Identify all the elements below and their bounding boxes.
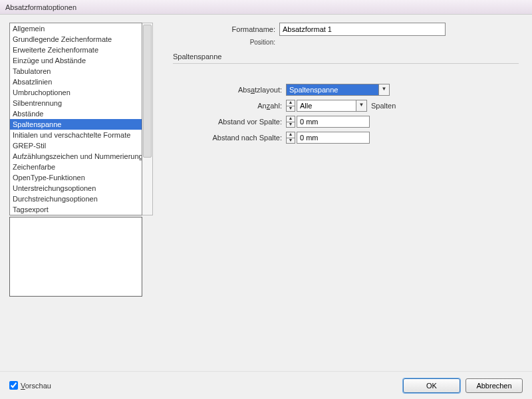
scrollbar-track[interactable] <box>142 23 153 215</box>
category-item[interactable]: Unterstreichungsoptionen <box>10 183 142 194</box>
anzahl-suffix: Spalten <box>371 102 396 110</box>
category-item[interactable]: Tagsexport <box>10 204 142 215</box>
category-item[interactable]: Absatzlinien <box>10 76 142 87</box>
window-titlebar: Absatzformatoptionen <box>0 0 532 15</box>
cancel-button[interactable]: Abbrechen <box>466 378 523 393</box>
abstand-nach-input[interactable] <box>297 132 370 144</box>
anzahl-label: Anzahl: <box>173 102 286 110</box>
dialog-content: AllgemeinGrundlegende ZeichenformateErwe… <box>0 15 532 371</box>
main-pane: Formatname: Position: Spaltenspanne Absa… <box>160 15 532 371</box>
abstand-vor-spinner[interactable]: ▲ ▼ <box>286 116 295 128</box>
anzahl-value[interactable] <box>297 100 356 112</box>
category-item[interactable]: Initialen und verschachtelte Formate <box>10 130 142 140</box>
chevron-down-icon[interactable]: ▼ <box>379 84 390 96</box>
scrollbar-thumb[interactable] <box>143 25 152 158</box>
category-item[interactable]: Zeichenfarbe <box>10 162 142 172</box>
section-title: Spaltenspanne <box>173 53 519 61</box>
category-list[interactable]: AllgemeinGrundlegende ZeichenformateErwe… <box>9 23 142 215</box>
spinner-down-icon[interactable]: ▼ <box>286 138 295 144</box>
section-divider <box>173 63 519 64</box>
category-item[interactable]: Umbruchoptionen <box>10 87 142 98</box>
formatname-label: Formatname: <box>173 25 279 33</box>
category-item[interactable]: Spaltenspanne <box>10 119 142 130</box>
category-item[interactable]: Allgemein <box>10 23 142 34</box>
category-item[interactable]: Grundlegende Zeichenformate <box>10 34 142 45</box>
absatzlayout-combo[interactable]: ▼ <box>286 84 390 96</box>
category-item[interactable]: OpenType-Funktionen <box>10 172 142 183</box>
spinner-up-icon[interactable]: ▲ <box>286 132 295 138</box>
category-item[interactable]: Abstände <box>10 108 142 119</box>
spinner-down-icon[interactable]: ▼ <box>286 106 295 112</box>
sidebar: AllgemeinGrundlegende ZeichenformateErwe… <box>0 15 160 371</box>
category-item[interactable]: Erweiterte Zeichenformate <box>10 45 142 55</box>
spinner-up-icon[interactable]: ▲ <box>286 100 295 106</box>
abstand-vor-input[interactable] <box>297 116 370 128</box>
abstand-nach-spinner[interactable]: ▲ ▼ <box>286 132 295 144</box>
preview-checkbox-label: Vorschau <box>21 382 51 390</box>
abstand-vor-label: Abstand vor Spalte: <box>173 118 286 126</box>
category-item[interactable]: Einzüge und Abstände <box>10 55 142 66</box>
position-label: Position: <box>173 39 279 46</box>
absatzlayout-label: Absatzlayout: <box>173 86 286 94</box>
category-item[interactable]: GREP-Stil <box>10 140 142 151</box>
preview-checkbox-wrap[interactable]: Vorschau <box>9 381 51 390</box>
absatzlayout-value[interactable] <box>286 84 379 96</box>
formatname-input[interactable] <box>279 23 446 36</box>
category-item[interactable]: Aufzählungszeichen und Nummerierung <box>10 151 142 162</box>
category-item[interactable]: Tabulatoren <box>10 66 142 76</box>
window-title: Absatzformatoptionen <box>5 3 76 11</box>
spinner-up-icon[interactable]: ▲ <box>286 116 295 122</box>
anzahl-spinner[interactable]: ▲ ▼ <box>286 100 295 112</box>
category-item[interactable]: Silbentrennung <box>10 98 142 108</box>
dialog-footer: Vorschau OK Abbrechen <box>0 371 532 399</box>
preview-checkbox[interactable] <box>9 381 18 390</box>
anzahl-combo[interactable]: ▼ <box>297 100 367 112</box>
ok-button[interactable]: OK <box>403 378 460 393</box>
chevron-down-icon[interactable]: ▼ <box>356 100 367 112</box>
abstand-nach-label: Abstand nach Spalte: <box>173 134 286 142</box>
category-item[interactable]: Durchstreichungsoptionen <box>10 194 142 204</box>
spinner-down-icon[interactable]: ▼ <box>286 122 295 128</box>
preview-box <box>9 217 142 297</box>
